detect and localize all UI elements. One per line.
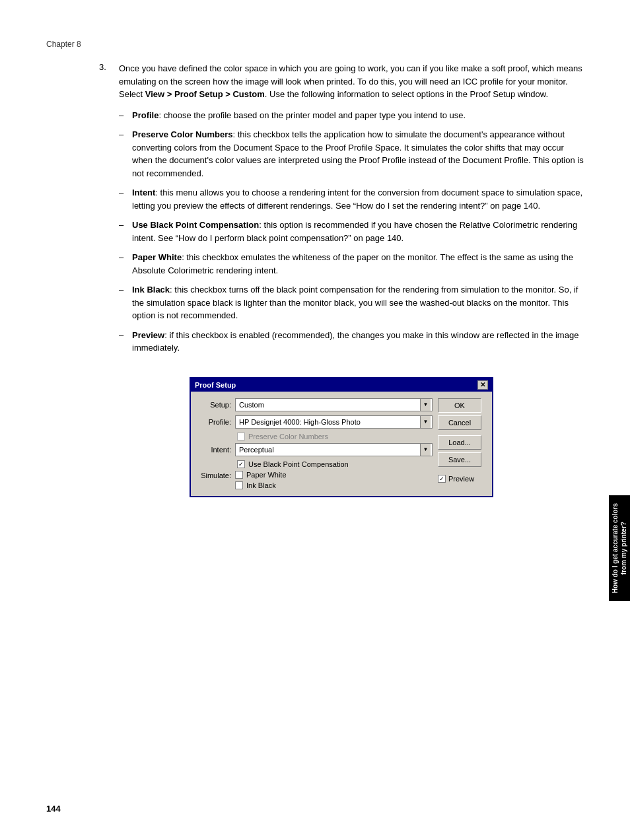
bpc-label: Use Black Point Compensation [248,460,349,468]
section-3: 3. Once you have defined the color space… [99,62,584,361]
bullet-dash-3: – [119,186,132,199]
page-number: 144 [46,804,61,814]
preserve-row: Preserve Color Numbers [199,433,433,440]
simulate-checks: Paper White Ink Black [235,471,287,489]
profile-select-text: HP Designjet 4000: High-Gloss Photo [237,418,420,426]
bullet-preserve-color: – Preserve Color Numbers: this checkbox … [119,128,584,180]
bullet-intent: – Intent: this menu allows you to choose… [119,186,584,212]
bullet-bpc: – Use Black Point Compensation: this opt… [119,219,584,244]
bullet-preview: – Preview: if this checkbox is enabled (… [119,329,584,355]
bullet-profile: – Profile: choose the profile based on t… [119,109,584,122]
page: Chapter 8 3. Once you have defined the c… [0,0,630,840]
ink-black-row: Ink Black [235,481,287,489]
side-tab: How do I get accurate colorsfrom my prin… [609,495,630,601]
profile-select-arrow: ▼ [420,416,431,428]
dialog-container: Proof Setup ✕ Setup: Custom ▼ [99,377,584,497]
section-3-text-after: . Use the following information to selec… [265,89,548,99]
section-number-3: 3. [99,62,119,361]
simulate-label: Simulate: [199,471,235,479]
bullet-text-4: Use Black Point Compensation: this optio… [132,219,584,244]
bullet-list: – Profile: choose the profile based on t… [119,109,584,355]
bullet-dash-1: – [119,109,132,122]
intent-label: Intent: [199,446,235,454]
main-content: 3. Once you have defined the color space… [99,62,584,497]
profile-row: Profile: HP Designjet 4000: High-Gloss P… [199,415,433,429]
preserve-checkbox[interactable] [237,433,245,440]
preview-label: Preview [448,475,474,483]
bullet-text-7: Preview: if this checkbox is enabled (re… [132,329,584,355]
save-button[interactable]: Save... [438,452,481,467]
setup-label: Setup: [199,401,235,409]
cancel-button[interactable]: Cancel [438,415,481,430]
ink-black-checkbox[interactable] [235,481,243,489]
intent-row: Intent: Perceptual ▼ [199,443,433,456]
dialog-title: Proof Setup [195,381,236,389]
bullet-ink-black: – Ink Black: this checkbox turns off the… [119,283,584,322]
bullet-dash-7: – [119,329,132,342]
bullet-dash-4: – [119,219,132,232]
preserve-label: Preserve Color Numbers [248,433,328,440]
intent-select-text: Perceptual [237,446,420,454]
bullet-text-1: Profile: choose the profile based on the… [132,109,466,122]
bullet-paper-white: – Paper White: this checkbox emulates th… [119,251,584,277]
bullet-dash-5: – [119,251,132,264]
side-tab-text: How do I get accurate colorsfrom my prin… [611,503,628,593]
bullet-text-5: Paper White: this checkbox emulates the … [132,251,584,277]
dialog-body: Setup: Custom ▼ Profile: HP Designjet 40… [191,392,492,496]
profile-select[interactable]: HP Designjet 4000: High-Gloss Photo ▼ [235,415,433,429]
setup-row: Setup: Custom ▼ [199,398,433,411]
load-button[interactable]: Load... [438,435,481,450]
dialog-titlebar: Proof Setup ✕ [191,378,492,392]
bpc-checkbox[interactable] [237,460,245,468]
section-3-text: Once you have defined the color space in… [119,62,584,361]
bullet-text-6: Ink Black: this checkbox turns off the b… [132,283,584,322]
section-3-bold: View > Proof Setup > Custom [145,89,265,99]
simulate-row: Simulate: Paper White Ink Black [199,471,433,489]
dialog-form: Setup: Custom ▼ Profile: HP Designjet 40… [199,398,433,489]
bullet-text-2: Preserve Color Numbers: this checkbox te… [132,128,584,180]
bullet-dash-2: – [119,128,132,141]
setup-select[interactable]: Custom ▼ [235,398,433,411]
preview-row: Preview [438,475,484,483]
setup-select-arrow: ▼ [420,399,431,411]
chapter-label: Chapter 8 [46,40,584,49]
bullet-text-3: Intent: this menu allows you to choose a… [132,186,584,212]
setup-select-text: Custom [237,401,420,409]
dialog-close-button[interactable]: ✕ [477,380,488,390]
profile-label: Profile: [199,418,235,426]
bullet-dash-6: – [119,283,132,297]
bpc-row: Use Black Point Compensation [199,460,433,468]
paper-white-row: Paper White [235,471,287,479]
proof-setup-dialog: Proof Setup ✕ Setup: Custom ▼ [190,377,493,497]
ink-black-label: Ink Black [246,481,276,489]
dialog-buttons: OK Cancel Load... Save... Preview [438,398,484,489]
preview-checkbox[interactable] [438,475,446,483]
paper-white-label: Paper White [246,471,287,479]
ok-button[interactable]: OK [438,398,481,413]
intent-select-arrow: ▼ [420,444,431,456]
intent-select[interactable]: Perceptual ▼ [235,443,433,456]
paper-white-checkbox[interactable] [235,471,243,479]
